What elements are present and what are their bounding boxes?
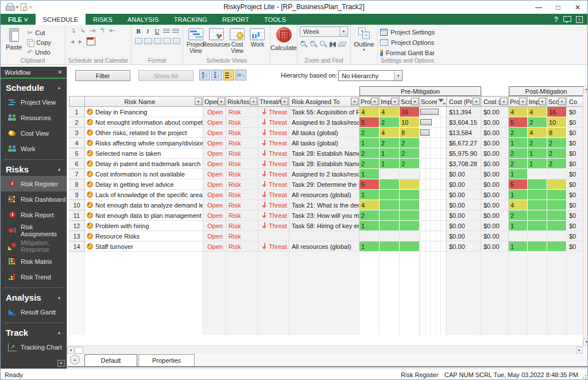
post-probability-cell[interactable]: 1 bbox=[509, 241, 528, 252]
risk-assigned-cell[interactable]: All resources (global) bbox=[289, 190, 359, 200]
risk-assigned-cell[interactable]: All tasks (global) bbox=[289, 138, 359, 148]
risk-type-cell[interactable]: Risk bbox=[226, 221, 258, 231]
sort-za-icon[interactable]: ZA↓ bbox=[211, 70, 222, 80]
pre-impact-cell[interactable] bbox=[380, 190, 400, 200]
row-number-cell[interactable]: 11 bbox=[69, 210, 85, 221]
column-header-costmiti[interactable]: Cost (Miti▼ bbox=[481, 96, 509, 107]
threat-cell[interactable]: Threat bbox=[258, 200, 289, 210]
post-score-cell[interactable]: 16 bbox=[547, 107, 567, 117]
threat-cell[interactable]: Threat bbox=[258, 148, 289, 159]
threat-cell[interactable] bbox=[258, 231, 289, 241]
cost-miti-cell[interactable]: $0.00 bbox=[481, 148, 509, 159]
sort-az-icon[interactable]: AZ↓ bbox=[199, 70, 210, 80]
post-impact-cell[interactable]: 2 bbox=[528, 117, 547, 128]
risk-type-cell[interactable]: Risk bbox=[226, 128, 258, 138]
column-header-costpre[interactable]: Cost (Pre▼ bbox=[447, 96, 481, 107]
cost-miti-cell[interactable]: $0.00 bbox=[481, 107, 509, 117]
pre-score-cell[interactable]: 8 bbox=[400, 128, 420, 138]
presentation-icon[interactable] bbox=[563, 16, 571, 22]
project-options-button[interactable]: Project Options bbox=[380, 38, 435, 47]
align-center-icon[interactable] bbox=[171, 26, 180, 36]
column-header-risk[interactable]: Risk/Issue▼ bbox=[226, 96, 258, 107]
score-bar-cell[interactable] bbox=[420, 148, 447, 159]
pre-probability-cell[interactable]: 1 bbox=[359, 241, 380, 252]
scroll-down-icon[interactable]: ▼ bbox=[583, 339, 588, 346]
format-gantt-bar-button[interactable]: Format Gantt Bar bbox=[380, 48, 435, 57]
cost-pre-cell[interactable]: $3,604.15 bbox=[447, 117, 481, 128]
risk-status-cell[interactable]: Open bbox=[203, 128, 226, 138]
sidebar-section-analysis[interactable]: Analysis▴ bbox=[1, 289, 67, 304]
cost-miti-cell[interactable]: $0.00 bbox=[481, 179, 509, 190]
post-impact-cell[interactable] bbox=[528, 200, 547, 210]
risk-name-cell[interactable]: Delay in getting level advice bbox=[85, 179, 203, 190]
threat-cell[interactable]: Threat bbox=[258, 169, 289, 179]
column-header-ppro[interactable]: Pro▼ bbox=[509, 96, 528, 107]
time-scale-select[interactable]: Week ▼ bbox=[300, 26, 348, 37]
filter-button[interactable]: Filter bbox=[75, 70, 130, 81]
threat-cell[interactable]: Threat bbox=[258, 128, 289, 138]
collapse-icon[interactable]: ▴ bbox=[58, 167, 61, 172]
row-number-cell[interactable]: 1 bbox=[69, 107, 85, 117]
post-impact-cell[interactable] bbox=[528, 179, 547, 190]
cost-miti-cell[interactable]: $0.00 bbox=[481, 117, 509, 128]
bold-button[interactable]: B bbox=[134, 26, 143, 36]
risk-assigned-cell[interactable]: Assigned to 3 tasks/resources bbox=[289, 117, 359, 128]
view-button-gantt[interactable]: Project View bbox=[185, 26, 206, 54]
format-cells-icon[interactable] bbox=[173, 38, 180, 44]
vertical-scrollbar[interactable]: ▲ ▼ bbox=[583, 86, 588, 346]
pre-score-cell[interactable] bbox=[400, 241, 420, 252]
risk-status-cell[interactable]: Open bbox=[203, 107, 226, 117]
pre-score-cell[interactable] bbox=[400, 210, 420, 221]
scroll-up-icon[interactable]: ▲ bbox=[583, 86, 588, 93]
pre-score-cell[interactable]: 10 bbox=[400, 117, 420, 128]
post-score-cell[interactable]: 10 bbox=[547, 117, 567, 128]
row-number-cell[interactable]: 14 bbox=[69, 241, 85, 252]
sidebar-item-risk-matrix[interactable]: Risk Matrix bbox=[1, 254, 67, 269]
sidebar-item-risk-report[interactable]: Risk Report bbox=[1, 207, 67, 222]
prev-period-icon[interactable]: ◂ bbox=[71, 38, 74, 45]
close-button[interactable]: ✕ bbox=[568, 1, 587, 14]
cost-pre-cell[interactable]: $0.00 bbox=[447, 231, 481, 241]
tab-file[interactable]: FILE ˅ bbox=[1, 14, 36, 25]
post-score-cell[interactable]: 8 bbox=[547, 128, 567, 138]
threat-cell[interactable]: Threat bbox=[258, 190, 289, 200]
risk-assigned-cell[interactable]: Task 21: What is the demand bbox=[289, 200, 359, 210]
filter-funnel-icon[interactable] bbox=[438, 98, 445, 105]
risk-name-cell[interactable]: Not enough data to analyze demand level bbox=[85, 200, 203, 210]
risk-name-cell[interactable]: Delay in Financing bbox=[85, 107, 203, 117]
chevron-down-icon[interactable]: ▼ bbox=[500, 98, 508, 105]
risk-name-cell[interactable]: Not enought information about competitor… bbox=[85, 117, 203, 128]
printer-icon[interactable] bbox=[5, 3, 14, 11]
column-header-prob[interactable]: Prob▼ bbox=[359, 96, 380, 107]
tab-risks[interactable]: RISKS bbox=[86, 14, 120, 25]
risk-assigned-cell[interactable]: Assigned to 2 tasks/resources bbox=[289, 169, 359, 179]
risk-status-cell[interactable]: Open bbox=[203, 190, 226, 200]
risk-status-cell[interactable]: Open bbox=[203, 159, 226, 169]
row-number-cell[interactable]: 13 bbox=[69, 231, 85, 241]
risk-status-cell[interactable]: Open bbox=[203, 231, 226, 241]
post-impact-cell[interactable] bbox=[528, 241, 547, 252]
pre-score-cell[interactable] bbox=[400, 179, 420, 190]
split-task-icon[interactable]: ⇤ bbox=[109, 27, 115, 34]
risk-name-cell[interactable]: Staff turnover bbox=[85, 241, 203, 252]
zoom-reset-icon[interactable] bbox=[319, 40, 327, 48]
column-header-pco[interactable]: Co bbox=[567, 96, 583, 107]
post-probability-cell[interactable]: 2 bbox=[509, 128, 528, 138]
chevron-down-icon[interactable]: ▼ bbox=[250, 98, 257, 105]
pre-probability-cell[interactable]: 1 bbox=[359, 138, 380, 148]
pre-probability-cell[interactable]: 2 bbox=[359, 128, 380, 138]
italic-button[interactable]: I bbox=[143, 26, 152, 36]
post-impact-cell[interactable] bbox=[528, 221, 547, 231]
risk-type-cell[interactable]: Risk bbox=[226, 231, 258, 241]
risk-type-cell[interactable]: Risk bbox=[226, 200, 258, 210]
pre-probability-cell[interactable]: 4 bbox=[359, 107, 380, 117]
cut-button[interactable]: ✂Cut bbox=[27, 28, 51, 37]
risk-assigned-cell[interactable]: Task 29: Determine the legal t bbox=[289, 179, 359, 190]
risk-status-cell[interactable]: Open bbox=[203, 210, 226, 221]
post-probability-cell[interactable]: 1 bbox=[509, 169, 528, 179]
paste-button[interactable]: Paste bbox=[3, 26, 25, 57]
risk-name-cell[interactable]: Lack of knowledge of the specific area bbox=[85, 190, 203, 200]
risk-status-cell[interactable]: Open bbox=[203, 241, 226, 252]
post-impact-cell[interactable]: 4 bbox=[528, 107, 547, 117]
cost-post-cell[interactable]: $0 bbox=[567, 169, 583, 179]
